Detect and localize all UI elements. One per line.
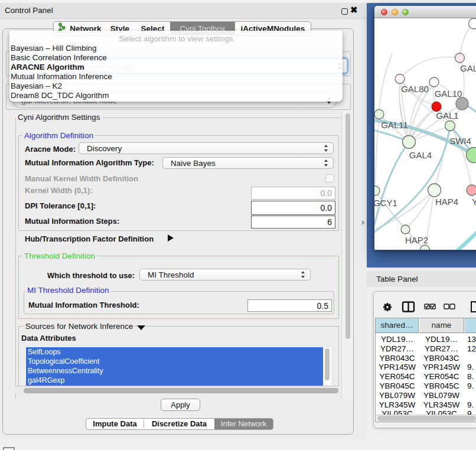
svg-text:GAL4: GAL4 [409, 150, 432, 160]
svg-text:GAL10: GAL10 [435, 89, 462, 99]
svg-text:SWI4: SWI4 [449, 136, 471, 146]
svg-text:GAL11: GAL11 [381, 120, 408, 130]
svg-text:GAL7: GAL7 [460, 63, 476, 73]
svg-text:YL: YL [472, 197, 476, 207]
svg-text:HAP2: HAP2 [405, 235, 428, 245]
svg-text:GCY1: GCY1 [374, 198, 397, 208]
svg-text:HAP4: HAP4 [435, 197, 458, 207]
svg-text:GAL80: GAL80 [401, 84, 429, 94]
svg-text:GAL1: GAL1 [436, 110, 458, 120]
